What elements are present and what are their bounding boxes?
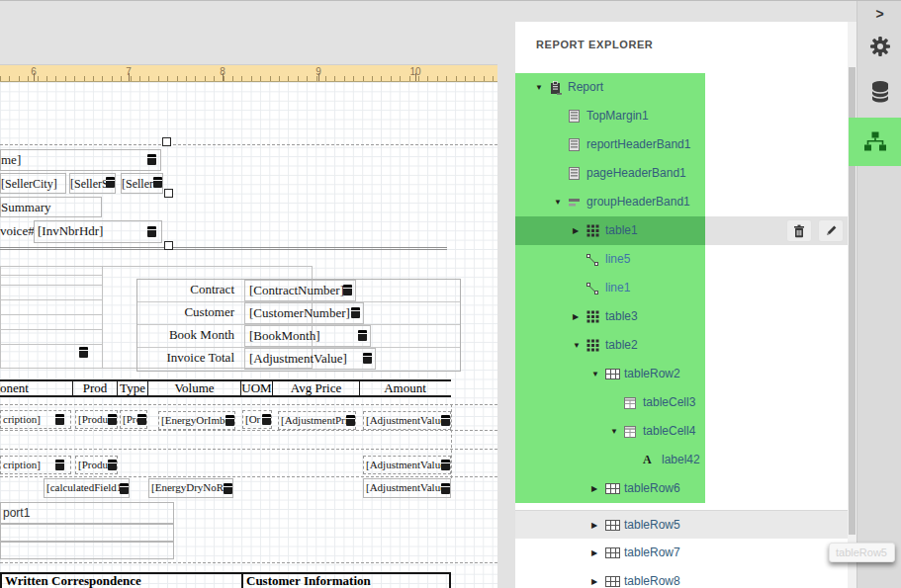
tree-node-TopMargin1[interactable]: TopMargin1 <box>515 102 856 130</box>
info-row-3[interactable]: Invoice Total[AdjustmentValue] <box>137 348 460 371</box>
info-value-field[interactable]: [CustomerNumber] <box>244 302 364 324</box>
header-cell-component[interactable]: onent <box>0 381 72 395</box>
field-seller-city[interactable]: [SellerCity] <box>0 173 66 194</box>
selection-handle[interactable] <box>164 189 173 198</box>
tree-node-tableCell3[interactable]: tableCell3 <box>515 388 856 417</box>
tree-node-table1[interactable]: ▶table1 <box>515 216 856 245</box>
header-cell-amount[interactable]: Amount <box>359 381 450 395</box>
drag-tooltip: tableRow5 <box>829 543 895 562</box>
info-value-field[interactable]: [BookMonth] <box>244 325 371 347</box>
selection-handle[interactable] <box>162 137 171 146</box>
expander-down-icon[interactable]: ▼ <box>573 331 586 360</box>
tree-node-tableCell4[interactable]: ▼tableCell4 <box>515 417 856 446</box>
datasource-marker-icon <box>55 460 64 470</box>
field-calculated[interactable]: [calculatedField1 <box>44 478 130 498</box>
field-adjustment-price[interactable]: [AdjustmentPrice <box>278 411 356 430</box>
report-tree: ▼ReportTopMargin1reportHeaderBand1pageHe… <box>515 73 856 588</box>
empty-box[interactable] <box>0 542 174 559</box>
field-description-2[interactable]: cription] <box>0 456 71 474</box>
expander-right-icon[interactable]: ▶ <box>591 511 605 540</box>
data-sources-icon[interactable] <box>857 80 901 104</box>
header-cell-type[interactable]: Type <box>117 381 147 395</box>
settings-gear-icon[interactable] <box>857 35 901 58</box>
ruler-major-tick <box>129 73 130 81</box>
field-invoice-number[interactable]: [InvNbrHdr] <box>34 220 162 243</box>
invoice-info-table[interactable]: Contract[ContractNumber]Customer[Custome… <box>136 279 461 372</box>
datasource-marker-icon <box>108 414 117 425</box>
field-seller-state[interactable]: [SellerS <box>69 173 116 194</box>
header-cell-prod[interactable]: Prod <box>72 381 117 395</box>
field-product[interactable]: [Produc <box>75 410 118 429</box>
band-icon <box>568 167 584 180</box>
datasource-marker-icon <box>108 460 117 470</box>
field-adjustment-value-2[interactable]: [AdjustmentValue] <box>363 456 451 474</box>
field-description[interactable]: cription] <box>0 410 71 429</box>
tree-node-tableRow5[interactable]: ▶tableRow5 <box>515 510 856 539</box>
field-product-2[interactable]: [Produc <box>75 456 118 474</box>
info-label: Invoice Total <box>137 348 239 371</box>
info-row-2[interactable]: Book Month[BookMonth] <box>137 325 460 348</box>
tree-node-tableRow7[interactable]: ▶tableRow7 <box>515 539 856 567</box>
field-seller-zip[interactable]: [Seller <box>121 173 163 194</box>
expander-down-icon[interactable]: ▼ <box>610 417 624 446</box>
expander-right-icon[interactable]: ▶ <box>573 216 586 245</box>
empty-box[interactable] <box>0 524 174 542</box>
footer-written-correspondence[interactable]: Written Correspondence <box>0 572 243 588</box>
expander-down-icon[interactable]: ▼ <box>554 188 568 216</box>
tree-node-label42[interactable]: Alabel42 <box>515 446 856 474</box>
tree-node-groupHeaderBand1[interactable]: ▼groupHeaderBand1 <box>515 188 856 216</box>
field-uom[interactable]: [Or <box>242 410 272 429</box>
items-table-header[interactable]: onent Prod Type Volume UOM Avg Price Amo… <box>0 379 451 397</box>
tree-node-tableRow2[interactable]: ▼tableRow2 <box>515 360 856 388</box>
selection-handle[interactable] <box>164 241 173 250</box>
row-line <box>0 344 102 345</box>
field-seller-name[interactable]: me] <box>0 149 161 171</box>
field-energy-dry[interactable]: [EnergyDryNoRsv] <box>148 478 233 498</box>
info-value-field[interactable]: [ContractNumber] <box>244 280 356 301</box>
tree-node-line1[interactable]: line1 <box>515 274 856 302</box>
expander-right-icon[interactable]: ▶ <box>591 567 605 588</box>
tree-node-label: reportHeaderBand1 <box>584 130 690 159</box>
cell-icon <box>624 426 640 438</box>
info-row-0[interactable]: Contract[ContractNumber] <box>137 280 460 302</box>
expander-down-icon[interactable]: ▼ <box>535 73 549 102</box>
row-line <box>0 314 102 315</box>
delete-button[interactable] <box>786 219 812 242</box>
tree-node-Report[interactable]: ▼Report <box>515 73 856 102</box>
ruler-major-tick <box>415 73 416 81</box>
header-cell-uom[interactable]: UOM <box>240 381 272 395</box>
info-row-1[interactable]: Customer[CustomerNumber] <box>137 302 460 325</box>
expander-right-icon[interactable]: ▶ <box>573 302 586 331</box>
tree-node-label: TopMargin1 <box>584 102 649 130</box>
header-cell-volume[interactable]: Volume <box>147 381 240 395</box>
info-value-field[interactable]: [AdjustmentValue] <box>244 348 376 370</box>
tree-node-line5[interactable]: line5 <box>515 245 856 274</box>
band-separator-dashed <box>0 144 497 145</box>
field-type[interactable]: [Pro <box>120 410 147 429</box>
expander-right-icon[interactable]: ▶ <box>591 474 605 503</box>
ruler-major-tick <box>318 73 319 81</box>
field-adjustment-value-3[interactable]: [AdjustmentValue] <box>363 478 451 498</box>
subreport-box[interactable]: port1 <box>0 502 174 524</box>
panel-scrollbar[interactable] <box>848 22 856 588</box>
datasource-marker-icon <box>441 483 450 494</box>
tree-node-table2[interactable]: ▼table2 <box>515 331 856 360</box>
expander-right-icon[interactable]: ▶ <box>591 539 605 567</box>
label-invoice-number[interactable]: voice#: <box>0 221 34 243</box>
tree-node-reportHeaderBand1[interactable]: reportHeaderBand1 <box>515 130 856 159</box>
band-icon <box>568 110 584 123</box>
collapse-chevron-icon[interactable]: > <box>857 5 901 23</box>
field-summary[interactable]: Summary <box>0 197 102 217</box>
edit-button[interactable] <box>818 219 844 242</box>
footer-customer-information[interactable]: Customer Information <box>243 572 451 588</box>
field-volume[interactable]: [EnergyOrImbed] <box>158 411 235 430</box>
tree-node-tableRow8[interactable]: ▶tableRow8 <box>515 567 856 588</box>
field-adjustment-value[interactable]: [AdjustmentValue] <box>363 411 451 430</box>
header-cell-avg-price[interactable]: Avg Price <box>272 381 359 395</box>
tree-node-tableRow6[interactable]: ▶tableRow6 <box>515 474 856 503</box>
report-explorer-tab-active[interactable] <box>849 118 901 166</box>
design-canvas[interactable]: me] [SellerCity] [SellerS [Seller Summar… <box>0 82 497 588</box>
tree-node-table3[interactable]: ▶table3 <box>515 302 856 331</box>
expander-down-icon[interactable]: ▼ <box>591 360 605 388</box>
tree-node-pageHeaderBand1[interactable]: pageHeaderBand1 <box>515 159 856 188</box>
